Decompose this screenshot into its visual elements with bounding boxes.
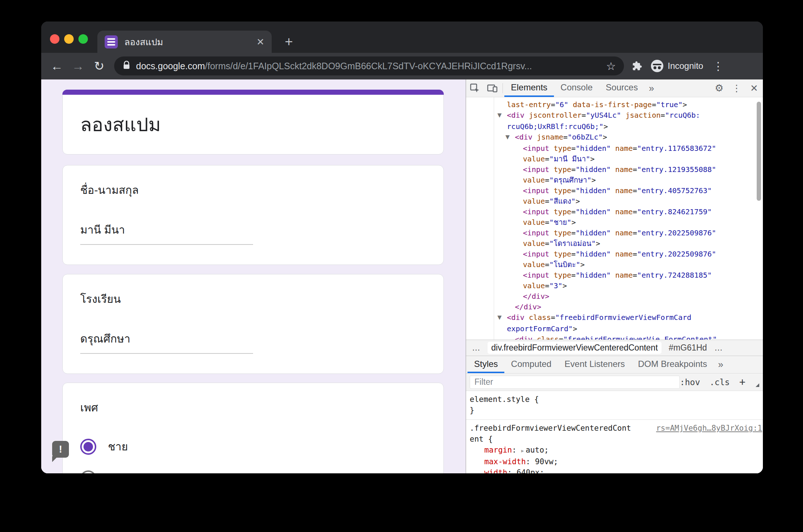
extensions-puzzle-icon[interactable] bbox=[632, 61, 642, 71]
code-line[interactable]: <input type="hidden" name="entry.2022509… bbox=[466, 249, 763, 259]
code-line[interactable]: <input type="hidden" name="entry.7242881… bbox=[466, 270, 763, 281]
browser-menu-icon[interactable]: ⋮ bbox=[713, 60, 724, 73]
radio-option-label: หญิง bbox=[108, 470, 130, 473]
url-host: docs.google.com bbox=[136, 61, 205, 71]
css-property[interactable]: margin: ▸ auto; bbox=[470, 445, 763, 456]
zoom-window-button[interactable] bbox=[78, 34, 88, 44]
minimize-window-button[interactable] bbox=[64, 34, 74, 44]
styles-filter-input[interactable] bbox=[470, 376, 680, 389]
styles-pane-tabs: Styles Computed Event Listeners DOM Brea… bbox=[466, 356, 763, 373]
question-card-gender: เพศ ชาย หญิง bbox=[62, 383, 444, 473]
tab-elements[interactable]: Elements bbox=[504, 79, 554, 97]
form-theme-bar bbox=[62, 90, 444, 95]
new-tab-button[interactable]: + bbox=[285, 35, 293, 48]
forward-icon[interactable]: → bbox=[67, 59, 89, 73]
code-line[interactable]: ▼<div class="freebirdFormviewerViewFormC… bbox=[466, 312, 763, 324]
code-line[interactable]: <input type="hidden" name="entry.4057527… bbox=[466, 185, 763, 196]
form-title: ลองสแปม bbox=[63, 95, 443, 140]
devtools-panel: Elements Console Sources » ⚙ ⋮ ✕ last-en… bbox=[466, 79, 763, 473]
devtools-toolbar: Elements Console Sources » ⚙ ⋮ ✕ bbox=[466, 79, 763, 97]
breadcrumb-overflow[interactable]: … bbox=[472, 343, 480, 353]
tab-computed[interactable]: Computed bbox=[504, 356, 558, 373]
stylesheet-source-link[interactable]: rs=AMjVe6gh…8yBJrXoig:1 bbox=[656, 423, 763, 434]
radio-option[interactable]: หญิง bbox=[80, 470, 443, 473]
code-line[interactable]: ▼<div jscontroller="yUS4Lc" jsaction="rc… bbox=[466, 110, 763, 121]
code-line[interactable]: last-entry="6" data-is-first-page="true"… bbox=[466, 99, 763, 110]
breadcrumb-overflow[interactable]: … bbox=[714, 343, 723, 353]
code-line[interactable]: exportFormCard"> bbox=[466, 324, 763, 334]
devtools-breadcrumbs: … div.freebirdFormviewerViewCenteredCont… bbox=[466, 340, 763, 356]
code-line[interactable]: value="โนบิตะ"> bbox=[466, 259, 763, 270]
google-form-viewport: ลองสแปม ชื่อ-นามสกุล มานี มีนา โรงเรียน … bbox=[41, 79, 466, 473]
toggle-class-button[interactable]: .cls bbox=[710, 378, 730, 387]
radio-group: ชาย หญิง bbox=[63, 416, 443, 473]
code-line[interactable]: value="ดรุณศึกษา"> bbox=[466, 175, 763, 185]
css-rule[interactable]: .freebirdFormviewerViewCenteredCont rs=A… bbox=[466, 420, 763, 473]
code-line[interactable]: <input type="hidden" name="entry.8246217… bbox=[466, 207, 763, 217]
question-card-school: โรงเรียน ดรุณศึกษา bbox=[62, 274, 444, 374]
css-selector[interactable]: element.style bbox=[470, 395, 529, 404]
code-line[interactable]: value="มานี มีนา"> bbox=[466, 154, 763, 164]
new-rule-dropdown-icon[interactable] bbox=[756, 383, 759, 387]
css-property[interactable]: max-width: 90vw; bbox=[470, 456, 763, 467]
tab-event-listeners[interactable]: Event Listeners bbox=[558, 356, 631, 373]
more-tabs-icon[interactable]: » bbox=[644, 79, 658, 97]
close-window-button[interactable] bbox=[50, 34, 59, 44]
code-line[interactable]: value="โดราเอม่อน"> bbox=[466, 238, 763, 249]
css-selector[interactable]: .freebirdFormviewerViewCenteredCont bbox=[470, 423, 631, 434]
devtools-close-icon[interactable]: ✕ bbox=[745, 79, 763, 97]
code-line[interactable]: <div class="freebirdFormviewerVie FormCo… bbox=[466, 334, 763, 340]
back-icon[interactable]: ← bbox=[46, 59, 67, 73]
expand-shorthand-icon[interactable]: ▸ bbox=[521, 447, 525, 454]
toggle-hover-state-button[interactable]: :hov bbox=[680, 378, 700, 387]
question-label: เพศ bbox=[63, 383, 443, 416]
tab-sources[interactable]: Sources bbox=[599, 79, 644, 97]
code-line[interactable]: <input type="hidden" name="entry.1219355… bbox=[466, 164, 763, 175]
desktop: ลองสแปม ✕ + ← → ↻ docs.google.com /forms… bbox=[0, 0, 803, 532]
elements-tree: last-entry="6" data-is-first-page="true"… bbox=[466, 97, 763, 340]
code-line[interactable]: </div> bbox=[466, 291, 763, 302]
code-line[interactable]: ▼<div jsname="o6bZLc"> bbox=[466, 132, 763, 143]
reload-icon[interactable]: ↻ bbox=[89, 59, 110, 73]
css-property[interactable]: width: 640px; bbox=[470, 467, 763, 473]
form-title-card: ลองสแปม bbox=[62, 90, 444, 154]
code-line[interactable]: rcuQ6b;UxRBlf:rcuQ6b;"> bbox=[466, 121, 763, 132]
url-path: /forms/d/e/1FAIpQLSckt2dk8DO9GmB66CkL7Sd… bbox=[205, 61, 602, 71]
device-toolbar-icon[interactable] bbox=[484, 79, 501, 97]
browser-window: ลองสแปม ✕ + ← → ↻ docs.google.com /forms… bbox=[41, 21, 763, 473]
code-line[interactable]: <input type="hidden" name="entry.2022509… bbox=[466, 228, 763, 238]
report-abuse-bubble-icon[interactable]: ! bbox=[52, 441, 69, 458]
bookmark-star-icon[interactable]: ☆ bbox=[606, 60, 616, 73]
breadcrumb-item[interactable]: div.freebirdFormviewerViewCenteredConten… bbox=[488, 342, 662, 354]
code-line[interactable]: value="3"> bbox=[466, 281, 763, 291]
settings-gear-icon[interactable]: ⚙ bbox=[710, 79, 728, 97]
tab-dom-breakpoints[interactable]: DOM Breakpoints bbox=[632, 356, 714, 373]
inspect-element-icon[interactable] bbox=[466, 79, 484, 97]
devtools-menu-icon[interactable]: ⋮ bbox=[728, 79, 745, 97]
breadcrumb-item[interactable]: #mG61Hd bbox=[669, 343, 707, 353]
new-style-rule-button[interactable]: + bbox=[739, 376, 745, 388]
browser-tab[interactable]: ลองสแปม ✕ bbox=[97, 31, 272, 53]
lock-icon[interactable] bbox=[122, 60, 131, 71]
incognito-badge: Incognito bbox=[651, 60, 703, 72]
radio-selected-icon[interactable] bbox=[80, 439, 96, 455]
short-answer-input[interactable]: ดรุณศึกษา bbox=[80, 330, 253, 354]
css-selector[interactable]: ent { bbox=[470, 435, 493, 443]
more-tabs-icon[interactable]: » bbox=[714, 356, 728, 373]
radio-unselected-icon[interactable] bbox=[80, 470, 96, 474]
question-label: โรงเรียน bbox=[63, 274, 443, 308]
element-style-rule[interactable]: element.style { } bbox=[466, 391, 763, 419]
radio-option[interactable]: ชาย bbox=[80, 438, 443, 455]
tab-styles[interactable]: Styles bbox=[468, 356, 504, 373]
short-answer-input[interactable]: มานี มีนา bbox=[80, 221, 253, 245]
incognito-label: Incognito bbox=[668, 61, 703, 71]
tab-console[interactable]: Console bbox=[554, 79, 599, 97]
code-line[interactable]: value="สีแดง"> bbox=[466, 196, 763, 207]
address-bar[interactable]: docs.google.com /forms/d/e/1FAIpQLSckt2d… bbox=[114, 56, 624, 75]
code-line[interactable]: value="ชาย"> bbox=[466, 217, 763, 228]
code-line[interactable]: </div> bbox=[466, 302, 763, 312]
tab-close-icon[interactable]: ✕ bbox=[256, 37, 264, 47]
code-line[interactable]: <input type="hidden" name="entry.1176583… bbox=[466, 143, 763, 154]
radio-option-label: ชาย bbox=[108, 438, 128, 455]
page-content: ลองสแปม ชื่อ-นามสกุล มานี มีนา โรงเรียน … bbox=[41, 79, 763, 473]
